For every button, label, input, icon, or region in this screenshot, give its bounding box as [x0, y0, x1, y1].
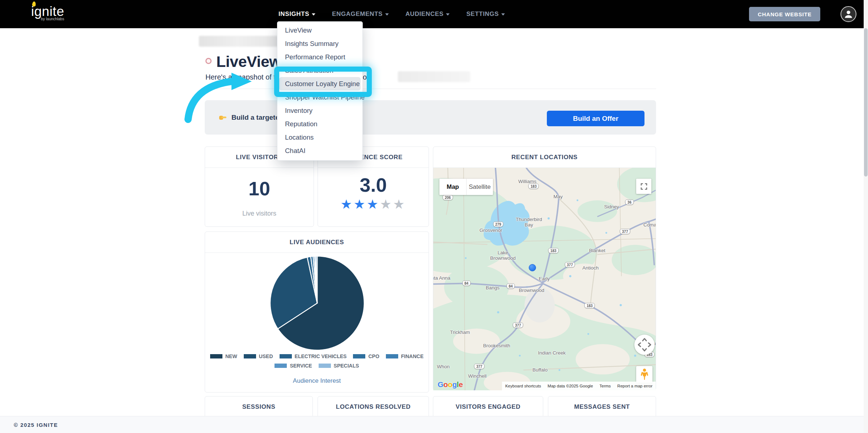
route-shield-279: 279 — [493, 221, 503, 227]
legend-label: USED — [259, 353, 273, 359]
pie-legend: NEWUSEDELECTRIC VEHICLESCPOFINANCESERVIC… — [209, 353, 425, 369]
pan-control[interactable] — [634, 335, 655, 355]
menu-item-locations[interactable]: Locations — [277, 131, 362, 144]
legend-swatch-used — [244, 354, 256, 358]
legend-label: ELECTRIC VEHICLES — [295, 353, 347, 359]
live-pulse-icon — [205, 58, 212, 64]
nav-item-audiences[interactable]: AUDIENCES — [405, 10, 450, 18]
legend-swatch-specials — [319, 364, 331, 368]
copyright-text: © 2025 IGNITE — [14, 422, 58, 428]
top-navbar: ignite by launchlabs INSIGHTSENGAGEMENTS… — [0, 0, 868, 28]
person-icon — [843, 9, 854, 19]
map-attr-report-a-map-error[interactable]: Report a map error — [614, 384, 656, 388]
annotation-arrow — [177, 71, 260, 128]
nav-item-insights[interactable]: INSIGHTS — [278, 10, 315, 18]
star-icon: ★ — [393, 197, 406, 212]
fullscreen-icon — [641, 183, 647, 190]
route-shield-377: 377 — [565, 262, 575, 267]
route-shield-377: 377 — [474, 364, 485, 369]
map-attribution: Keyboard shortcutsMap data ©2025 GoogleT… — [502, 382, 656, 390]
page-title: LiveView — [216, 53, 281, 71]
map-town-indian-creek: Indian Creek — [538, 350, 566, 356]
route-shield-84: 84 — [462, 280, 471, 286]
google-logo[interactable]: Google — [438, 380, 463, 389]
legend-label: SPECIALS — [334, 363, 359, 369]
map-town-brownwood: Brownwood — [519, 287, 545, 293]
annotation-highlight-box — [274, 67, 372, 97]
chevron-down-icon — [312, 13, 315, 16]
legend-label: CPO — [368, 353, 379, 359]
legend-swatch-finance — [386, 354, 398, 358]
map-town-brookesmith: Brookesmith — [483, 343, 510, 348]
card-visitors-engaged-title: VISITORS ENGAGED — [433, 396, 543, 417]
google-logo-letter: g — [452, 380, 457, 389]
map-town-early: Early — [539, 276, 550, 281]
map-attr-terms[interactable]: Terms — [596, 384, 614, 388]
menu-item-reputation[interactable]: Reputation — [277, 117, 362, 131]
audience-score-value: 3.0 — [318, 174, 429, 196]
menu-item-insights-summary[interactable]: Insights Summary — [277, 37, 362, 50]
map-attr-map-data-2025-google[interactable]: Map data ©2025 Google — [544, 384, 596, 388]
pan-arrows-icon — [634, 335, 655, 355]
map-type-control: Map Satellite — [439, 179, 493, 195]
star-icon: ★ — [354, 197, 367, 212]
location-marker — [529, 264, 536, 271]
legend-swatch-service — [275, 364, 287, 368]
legend-item-specials: SPECIALS — [319, 363, 359, 369]
change-website-button[interactable]: CHANGE WEBSITE — [749, 7, 820, 21]
pie-caption: Audience Interest — [205, 377, 429, 385]
map-attr-keyboard-shortcuts[interactable]: Keyboard shortcuts — [502, 384, 544, 388]
fullscreen-button[interactable] — [636, 179, 651, 194]
legend-label: FINANCE — [401, 353, 424, 359]
google-map[interactable]: WilliamsBurkettMaySidneyThunderbird BayG… — [433, 168, 656, 390]
menu-item-liveview[interactable]: LiveView — [277, 24, 362, 37]
map-town-winchell: Winchell — [468, 373, 486, 379]
user-avatar[interactable] — [841, 6, 856, 22]
menu-item-performance-report[interactable]: Performance Report — [277, 50, 362, 64]
menu-item-chatai[interactable]: ChatAI — [277, 144, 362, 157]
chevron-down-icon — [446, 13, 450, 16]
legend-item-used: USED — [244, 353, 273, 359]
map-town-williams: Williams — [518, 178, 536, 184]
legend-item-finance: FINANCE — [386, 353, 424, 359]
route-shield-183: 183 — [548, 248, 559, 254]
route-shield-84: 84 — [506, 284, 515, 289]
map-town-grosvenor: Grosvenor — [480, 227, 502, 233]
legend-item-cpo: CPO — [353, 353, 379, 359]
google-logo-letter: o — [443, 380, 448, 389]
map-town-may: May — [553, 194, 563, 199]
route-shield-183: 183 — [528, 184, 539, 189]
menu-item-inventory[interactable]: Inventory — [277, 104, 362, 117]
map-town-trickham: Trickham — [450, 330, 470, 335]
star-rating: ★★★★★ — [318, 197, 429, 212]
map-labels-layer: WilliamsBurkettMaySidneyThunderbird BayG… — [433, 168, 656, 390]
map-town-whon: Whon — [437, 364, 450, 369]
map-town-sidney: Sidney — [604, 204, 619, 209]
pegman-icon — [640, 368, 649, 381]
pegman-control[interactable] — [636, 366, 652, 383]
page-scrollbar[interactable] — [864, 0, 868, 433]
route-shield-377: 377 — [620, 229, 630, 234]
ignite-logo[interactable]: ignite by launchlabs — [31, 4, 64, 21]
chevron-down-icon — [501, 13, 505, 16]
map-town-santa-anna: Santa Anna — [433, 275, 450, 281]
nav-item-engagements[interactable]: ENGAGEMENTS — [332, 10, 389, 18]
legend-item-service: SERVICE — [275, 363, 312, 369]
nav-item-settings[interactable]: SETTINGS — [466, 10, 505, 18]
google-logo-letter: G — [438, 380, 443, 389]
card-locations-resolved-title: LOCATIONS RESOLVED — [318, 396, 429, 417]
card-recent-locations: RECENT LOCATIONS — [433, 147, 656, 390]
liveview-page: ignite by launchlabs INSIGHTSENGAGEMENTS… — [0, 0, 868, 433]
scrollbar-thumb[interactable] — [864, 28, 868, 177]
build-offer-button[interactable]: Build an Offer — [547, 111, 644, 126]
satellite-view-button[interactable]: Satellite — [466, 179, 493, 195]
star-icon: ★ — [340, 197, 353, 212]
audience-pie-chart — [269, 255, 365, 351]
chevron-down-icon — [385, 13, 389, 16]
live-visitors-value: 10 — [205, 177, 314, 200]
map-view-button[interactable]: Map — [439, 179, 466, 195]
offer-banner: Build a targeted offe Build an Offer — [205, 100, 656, 135]
card-recent-locations-title: RECENT LOCATIONS — [433, 147, 656, 168]
card-messages-sent-title: MESSAGES SENT — [548, 396, 656, 417]
card-live-audiences-title: LIVE AUDIENCES — [205, 232, 429, 253]
